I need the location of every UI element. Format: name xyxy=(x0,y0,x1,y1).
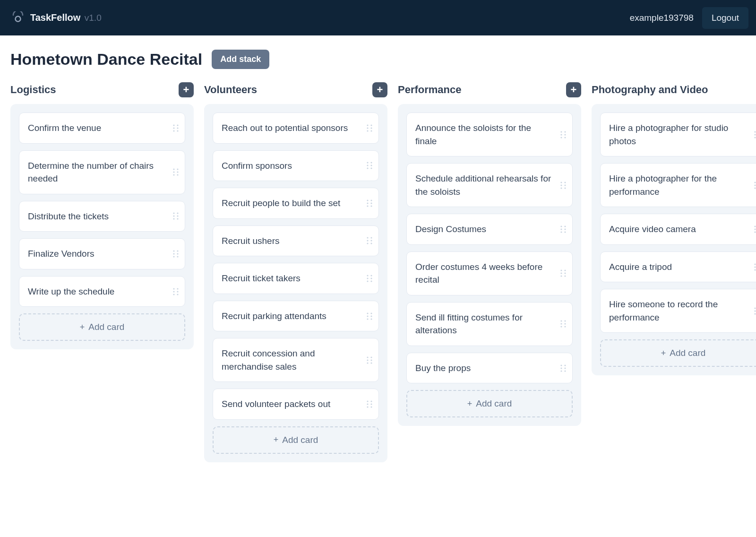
drag-handle-icon[interactable] xyxy=(365,123,374,133)
app-header: TaskFellow v1.0 example193798 Logout xyxy=(0,0,756,35)
add-card-label: Add card xyxy=(282,435,318,445)
task-card-text: Schedule additional rehearsals for the s… xyxy=(415,173,551,197)
svg-point-129 xyxy=(754,228,756,230)
add-card-icon-button[interactable]: + xyxy=(179,82,194,97)
svg-point-41 xyxy=(367,168,368,169)
svg-point-61 xyxy=(367,312,368,314)
svg-point-121 xyxy=(754,182,756,183)
task-card-text: Announce the soloists for the finale xyxy=(415,123,531,146)
drag-handle-icon[interactable] xyxy=(172,211,180,221)
svg-point-141 xyxy=(754,310,756,312)
add-card-icon-button[interactable]: + xyxy=(372,82,387,97)
drag-handle-icon[interactable] xyxy=(559,224,567,234)
svg-point-78 xyxy=(370,407,372,408)
task-card-text: Recruit concession and merchandise sales xyxy=(222,348,315,372)
add-card-placeholder[interactable]: + Add card xyxy=(19,313,185,341)
svg-point-85 xyxy=(560,182,562,183)
task-card[interactable]: Confirm the venue xyxy=(19,113,185,144)
svg-point-125 xyxy=(754,187,756,189)
add-card-placeholder[interactable]: + Add card xyxy=(600,339,756,367)
task-card[interactable]: Finalize Vendors xyxy=(19,238,185,269)
svg-point-33 xyxy=(367,127,368,129)
task-card[interactable]: Hire a photographer for the performance xyxy=(600,163,756,207)
svg-point-8 xyxy=(177,168,178,170)
svg-point-25 xyxy=(173,288,174,289)
task-card[interactable]: Order costumes 4 weeks before recital xyxy=(406,251,573,295)
task-card[interactable]: Distribute the tickets xyxy=(19,201,185,232)
task-card[interactable]: Acquire video camera xyxy=(600,214,756,245)
username-label[interactable]: example193798 xyxy=(630,13,694,23)
svg-point-139 xyxy=(754,307,756,309)
drag-handle-icon[interactable] xyxy=(172,167,180,177)
drag-handle-icon[interactable] xyxy=(559,180,567,191)
drag-handle-icon[interactable] xyxy=(172,123,180,133)
add-card-placeholder[interactable]: + Add card xyxy=(406,390,573,417)
stack-header: Photography and Video + xyxy=(592,79,756,104)
task-card[interactable]: Determine the number of chairs needed xyxy=(19,150,185,194)
stack-header: Volunteers + xyxy=(204,79,387,104)
drag-handle-icon[interactable] xyxy=(753,306,756,316)
task-card[interactable]: Hire a photographer for studio photos xyxy=(600,113,756,156)
svg-point-58 xyxy=(370,277,372,279)
task-card[interactable]: Hire someone to record the performance xyxy=(600,289,756,333)
drag-handle-icon[interactable] xyxy=(172,286,180,297)
drag-handle-icon[interactable] xyxy=(753,180,756,191)
task-card[interactable]: Acquire a tripod xyxy=(600,251,756,283)
drag-handle-icon[interactable] xyxy=(753,262,756,272)
board-header: Hometown Dance Recital Add stack xyxy=(0,35,756,79)
drag-handle-icon[interactable] xyxy=(753,130,756,140)
drag-handle-icon[interactable] xyxy=(559,130,567,140)
drag-handle-icon[interactable] xyxy=(365,399,374,409)
task-card[interactable]: Design Costumes xyxy=(406,214,573,245)
task-card[interactable]: Announce the soloists for the finale xyxy=(406,113,573,156)
drag-handle-icon[interactable] xyxy=(559,363,567,373)
drag-handle-icon[interactable] xyxy=(365,160,374,171)
task-card-text: Recruit ushers xyxy=(222,236,280,246)
task-card[interactable]: Write up the schedule xyxy=(19,276,185,307)
task-card[interactable]: Schedule additional rehearsals for the s… xyxy=(406,163,573,207)
task-card[interactable]: Buy the props xyxy=(406,353,573,384)
svg-point-123 xyxy=(754,184,756,186)
drag-handle-icon[interactable] xyxy=(365,198,374,208)
drag-handle-icon[interactable] xyxy=(365,311,374,321)
drag-handle-icon[interactable] xyxy=(365,273,374,284)
drag-handle-icon[interactable] xyxy=(753,224,756,234)
task-card[interactable]: Recruit concession and merchandise sales xyxy=(213,338,379,382)
drag-handle-icon[interactable] xyxy=(559,268,567,278)
task-card[interactable]: Confirm sponsors xyxy=(213,150,379,182)
svg-point-133 xyxy=(754,263,756,265)
stack-body: Hire a photographer for studio photos Hi… xyxy=(592,104,756,375)
svg-point-84 xyxy=(564,137,566,138)
task-card[interactable]: Send volunteer packets out xyxy=(213,389,379,420)
task-card[interactable]: Reach out to potential sponsors xyxy=(213,113,379,144)
svg-point-68 xyxy=(370,356,372,358)
add-card-placeholder[interactable]: + Add card xyxy=(213,426,379,454)
drag-handle-icon[interactable] xyxy=(172,249,180,259)
add-card-icon-button[interactable]: + xyxy=(566,82,581,97)
svg-point-112 xyxy=(564,367,566,369)
logout-button[interactable]: Logout xyxy=(702,7,748,29)
svg-point-5 xyxy=(173,130,174,131)
svg-point-91 xyxy=(560,225,562,227)
add-stack-button[interactable]: Add stack xyxy=(212,50,269,69)
task-card[interactable]: Recruit ticket takers xyxy=(213,263,379,294)
drag-handle-icon[interactable] xyxy=(365,235,374,246)
svg-point-23 xyxy=(173,256,174,257)
svg-point-88 xyxy=(564,184,566,186)
svg-point-48 xyxy=(370,205,372,207)
drag-handle-icon[interactable] xyxy=(365,355,374,365)
task-card[interactable]: Recruit people to build the set xyxy=(213,188,379,219)
svg-point-55 xyxy=(367,275,368,276)
svg-point-42 xyxy=(370,168,372,169)
task-card[interactable]: Recruit ushers xyxy=(213,225,379,257)
svg-point-98 xyxy=(564,270,566,271)
svg-point-113 xyxy=(560,370,562,372)
task-card-text: Recruit ticket takers xyxy=(222,273,301,283)
task-card[interactable]: Send ill fitting costumes for alteration… xyxy=(406,302,573,346)
task-card[interactable]: Recruit parking attendants xyxy=(213,301,379,332)
task-card-text: Hire a photographer for the performance xyxy=(609,173,717,197)
drag-handle-icon[interactable] xyxy=(559,319,567,329)
svg-point-97 xyxy=(560,270,562,271)
svg-point-105 xyxy=(560,323,562,325)
board-title: Hometown Dance Recital xyxy=(10,50,202,69)
